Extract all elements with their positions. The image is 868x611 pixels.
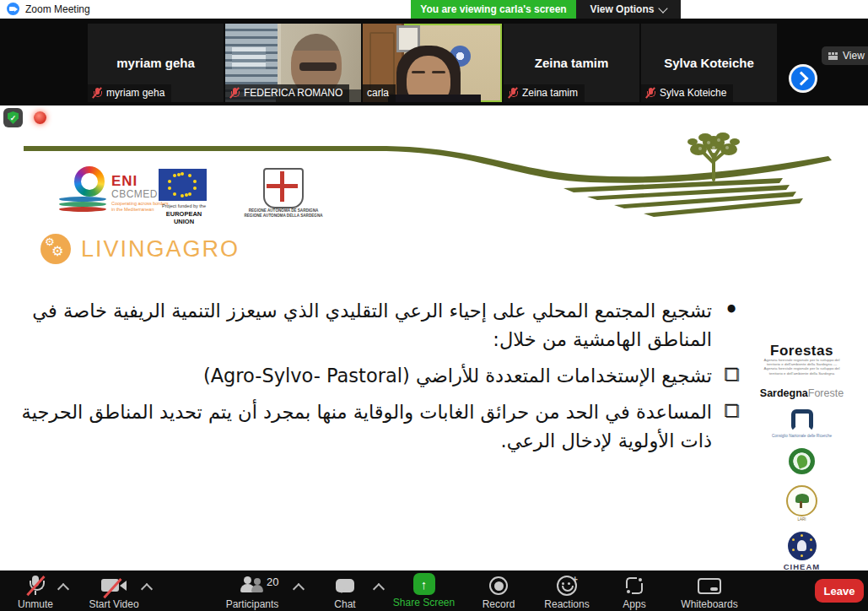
zoom-app-icon xyxy=(7,3,19,15)
share-screen-icon: ↑ xyxy=(413,573,435,595)
bullet-checkbox-marker: ☐ xyxy=(712,361,751,390)
participants-count: 20 xyxy=(267,576,278,588)
next-participants-button[interactable] xyxy=(789,64,817,93)
participant-label-text: Zeina tamim xyxy=(522,87,578,99)
title-bar: Zoom Meeting You are viewing carla's scr… xyxy=(0,0,868,19)
glasses xyxy=(299,62,337,71)
participant-strip: myriam geha myriam geha FEDERICA ROMANO xyxy=(0,19,868,105)
livingagro-logo: LIVINGAGRO xyxy=(40,234,240,264)
recording-indicator-icon xyxy=(34,111,46,124)
lari-logo xyxy=(786,485,817,516)
shared-screen-slide: ✓ xyxy=(0,105,868,570)
bullet-text: تشجيع المجتمع المحلي على إحياء الرعي الت… xyxy=(19,296,712,354)
bullet-item: • تشجيع المجتمع المحلي على إحياء الرعي ا… xyxy=(19,296,751,354)
leave-button[interactable]: Leave xyxy=(815,579,864,603)
participant-name: Zeina tamim xyxy=(504,56,639,70)
start-video-label: Start Video xyxy=(89,598,138,610)
shield-check-icon: ✓ xyxy=(8,111,19,124)
eni-waves-icon xyxy=(59,195,106,214)
participant-label: myriam geha xyxy=(88,84,171,102)
chat-button[interactable]: Chat xyxy=(314,570,376,611)
eu-name-caption: EUROPEAN UNION xyxy=(159,210,209,225)
unmute-button[interactable]: Unmute xyxy=(0,570,71,611)
sardegnaforeste-bold: Sardegna xyxy=(760,387,808,399)
participant-label: carla xyxy=(363,84,396,102)
livingagro-wordmark: LIVINGAGRO xyxy=(81,236,240,262)
partner-logos-column: Forestas Agenzia forestale regionale per… xyxy=(753,343,850,570)
window-title: Zoom Meeting xyxy=(25,3,90,15)
share-screen-label: Share Screen xyxy=(393,597,455,608)
eni-sun-icon xyxy=(74,166,105,197)
view-layout-button[interactable]: View xyxy=(822,46,868,65)
audio-options-chevron[interactable] xyxy=(57,583,69,595)
record-icon xyxy=(489,576,508,595)
view-options-button[interactable]: View Options xyxy=(576,0,681,19)
green-leaf-institute-logo xyxy=(789,448,815,474)
viewing-screen-banner: You are viewing carla's screen xyxy=(411,0,576,19)
participant-label-text: Sylva Koteiche xyxy=(660,87,726,99)
zoom-meeting-window: Zoom Meeting You are viewing carla's scr… xyxy=(0,0,868,611)
whiteboards-icon xyxy=(698,578,721,594)
slide-bullet-list: • تشجيع المجتمع المحلي على إحياء الرعي ا… xyxy=(19,296,751,462)
forestas-tagline: Agenzia forestale regionale per lo svilu… xyxy=(763,358,841,376)
camera-icon xyxy=(101,578,127,593)
bullet-text: المساعدة في الحد من حرائق الغابات والوقا… xyxy=(19,397,712,455)
apps-button[interactable]: Apps xyxy=(605,570,664,611)
cbcmed-wordmark: CBCMED xyxy=(111,188,158,200)
participant-label-text: FEDERICA ROMANO xyxy=(244,87,342,99)
sardegnaforeste-light: Foreste xyxy=(808,387,844,399)
view-options-label: View Options xyxy=(590,3,655,15)
lari-caption: LARI xyxy=(797,517,806,522)
participant-tile-federica[interactable]: FEDERICA ROMANO xyxy=(225,24,361,102)
ciheam-logo xyxy=(788,532,817,560)
chat-label: Chat xyxy=(334,598,355,610)
eu-flag-logo xyxy=(159,169,207,201)
bullet-dot-marker: • xyxy=(712,296,751,354)
eni-wordmark: ENI xyxy=(111,173,137,190)
share-screen-button[interactable]: ↑ Share Screen xyxy=(384,570,464,611)
sardegna-crest-logo xyxy=(263,168,304,208)
mic-muted-icon xyxy=(645,88,655,99)
participant-label-text: myriam geha xyxy=(106,87,164,99)
cnr-icon xyxy=(791,409,813,431)
participant-label: Zeina tamim xyxy=(504,84,585,102)
eu-funding-caption: Project funded by the xyxy=(159,203,209,208)
unmute-label: Unmute xyxy=(18,598,53,610)
participant-label-text: carla xyxy=(367,87,389,99)
participant-tile-carla-active-speaker[interactable]: carla xyxy=(363,24,502,102)
chat-icon xyxy=(336,579,354,592)
participant-label: FEDERICA ROMANO xyxy=(225,84,349,102)
record-label: Record xyxy=(483,598,515,610)
view-button-label: View xyxy=(843,50,865,62)
whiteboards-label: Whiteboards xyxy=(681,598,737,610)
cnr-logo: Consiglio Nazionale delle Ricerche xyxy=(772,409,832,438)
mic-icon xyxy=(26,576,45,596)
video-options-chevron[interactable] xyxy=(141,583,153,595)
participant-video-body xyxy=(388,95,481,102)
security-badge[interactable]: ✓ xyxy=(3,108,23,127)
whiteboards-button[interactable]: Whiteboards xyxy=(666,570,752,611)
leave-label: Leave xyxy=(824,585,855,597)
participants-label: Participants xyxy=(226,598,279,610)
bullet-checkbox-marker: ☐ xyxy=(712,397,751,455)
participants-options-chevron[interactable] xyxy=(293,583,305,595)
participant-name: myriam geha xyxy=(88,56,224,70)
participants-button[interactable]: 20 Participants xyxy=(201,570,304,611)
start-video-button[interactable]: Start Video xyxy=(76,570,152,611)
reactions-button[interactable]: + Reactions xyxy=(532,570,601,611)
chevron-right-icon xyxy=(795,72,809,86)
record-button[interactable]: Record xyxy=(466,570,531,611)
apps-icon xyxy=(626,577,643,594)
mic-muted-icon xyxy=(92,88,102,99)
participant-name: Sylva Koteiche xyxy=(641,56,777,70)
sardegnaforeste-logo: SardegnaForeste xyxy=(760,387,844,399)
ciheam-caption: CIHEAM xyxy=(784,562,820,570)
livingagro-gears-icon xyxy=(40,234,71,264)
chevron-down-icon xyxy=(659,3,668,13)
participant-tile-myriam[interactable]: myriam geha myriam geha xyxy=(88,24,224,102)
participant-tile-zeina[interactable]: Zeina tamim Zeina tamim xyxy=(504,24,639,102)
participant-tile-sylva[interactable]: Sylva Koteiche Sylva Koteiche xyxy=(641,24,777,102)
participant-label: Sylva Koteiche xyxy=(641,84,733,102)
chat-options-chevron[interactable] xyxy=(373,583,385,595)
reactions-smiley-icon: + xyxy=(557,576,577,596)
